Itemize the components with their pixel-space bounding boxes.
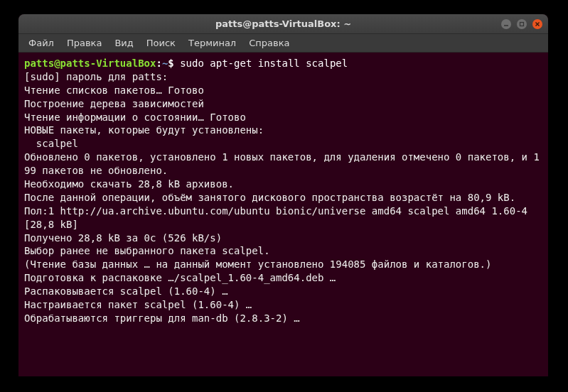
output-line: (Чтение базы данных … на данный момент у… <box>24 258 491 270</box>
output-line: Пол:1 http://ua.archive.ubuntu.com/ubunt… <box>24 205 533 230</box>
terminal-body[interactable]: patts@patts-VirtualBox:~$ sudo apt-get i… <box>18 53 548 330</box>
output-line: scalpel <box>24 138 78 149</box>
prompt-user-host: patts@patts-VirtualBox <box>24 58 156 69</box>
output-line: Обновлено 0 пакетов, установлено 1 новых… <box>24 151 540 176</box>
menu-view[interactable]: Вид <box>109 36 139 50</box>
output-line: Обрабатываются триггеры для man-db (2.8.… <box>24 312 300 324</box>
output-line: После данной операции, объём занятого ди… <box>24 192 515 203</box>
maximize-icon <box>519 21 525 27</box>
close-icon <box>535 21 540 27</box>
menubar: Файл Правка Вид Поиск Терминал Справка <box>18 34 548 53</box>
prompt-colon: : <box>156 58 161 69</box>
menu-edit[interactable]: Правка <box>61 36 107 50</box>
output-line: Чтение информации о состоянии… Готово <box>24 111 246 123</box>
minimize-button[interactable] <box>501 19 511 29</box>
prompt-dollar: $ <box>168 58 173 69</box>
close-button[interactable] <box>532 19 542 29</box>
terminal-window: patts@patts-VirtualBox: ~ Файл Правка Ви… <box>18 14 548 376</box>
output-line: Получено 28,8 kB за 0с (526 kB/s) <box>24 232 222 244</box>
output-line: Распаковывается scalpel (1.60-4) … <box>24 285 228 297</box>
menu-terminal[interactable]: Терминал <box>183 36 242 50</box>
svg-rect-1 <box>520 22 524 26</box>
output-line: НОВЫЕ пакеты, которые будут установлены: <box>24 124 264 136</box>
output-line: Выбор ранее не выбранного пакета scalpel… <box>24 245 270 256</box>
window-title: patts@patts-VirtualBox: ~ <box>215 18 351 29</box>
output-line: Подготовка к распаковке …/scalpel_1.60-4… <box>24 272 336 283</box>
output-line: Построение дерева зависимостей <box>24 98 204 109</box>
menu-search[interactable]: Поиск <box>141 36 181 50</box>
maximize-button[interactable] <box>517 19 527 29</box>
output-line: Необходимо скачать 28,8 kB архивов. <box>24 178 234 190</box>
minimize-icon <box>503 21 509 27</box>
output-line: Чтение списков пакетов… Готово <box>24 85 204 96</box>
output-line: Настраивается пакет scalpel (1.60-4) … <box>24 299 252 310</box>
menu-file[interactable]: Файл <box>23 36 60 50</box>
window-controls <box>501 19 542 29</box>
output-line: [sudo] пароль для patts: <box>24 71 168 82</box>
titlebar: patts@patts-VirtualBox: ~ <box>18 14 548 34</box>
command-input: sudo apt-get install scalpel <box>180 58 348 69</box>
menu-help[interactable]: Справка <box>243 36 295 50</box>
